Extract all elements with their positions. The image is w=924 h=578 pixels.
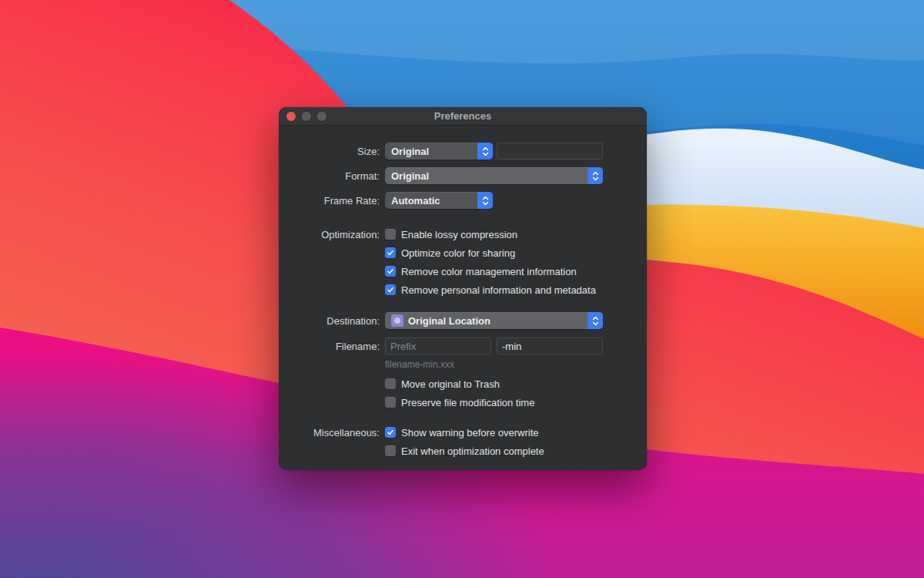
checkbox-label: Show warning before overwrite bbox=[401, 427, 538, 439]
format-row: Format: Original bbox=[279, 167, 647, 184]
preferences-window: Preferences Size: Original Format: Origi… bbox=[279, 107, 647, 470]
checkbox-preserve-modification-time[interactable]: Preserve file modification time bbox=[279, 393, 647, 412]
desktop: Preferences Size: Original Format: Origi… bbox=[0, 0, 924, 578]
popup-arrows-icon bbox=[477, 192, 493, 209]
filename-row: Filename: bbox=[279, 338, 647, 355]
checkbox-remove-personal-info[interactable]: Remove personal information and metadata bbox=[279, 281, 647, 299]
checkbox-label: Remove color management information bbox=[401, 266, 577, 277]
checkbox-move-original-to-trash[interactable]: Move original to Trash bbox=[279, 375, 647, 393]
format-label: Format: bbox=[279, 170, 380, 182]
minimize-button[interactable] bbox=[302, 112, 311, 121]
zoom-button[interactable] bbox=[317, 112, 326, 121]
checkbox-show-warning-before-overwrite[interactable]: Miscellaneous: Show warning before overw… bbox=[279, 423, 647, 442]
checkbox-label: Move original to Trash bbox=[401, 378, 500, 390]
optimization-label: Optimization: bbox=[279, 229, 380, 240]
checkbox[interactable] bbox=[385, 266, 396, 277]
frame-rate-row: Frame Rate: Automatic bbox=[279, 192, 647, 209]
filename-suffix-field[interactable] bbox=[497, 338, 603, 355]
checkbox-enable-lossy-compression[interactable]: Optimization: Enable lossy compression bbox=[279, 225, 647, 244]
size-popup-value: Original bbox=[391, 146, 429, 157]
filename-helper-row: filename-min.xxx bbox=[279, 359, 647, 370]
checkbox-label: Optimize color for sharing bbox=[401, 247, 515, 259]
format-popup-value: Original bbox=[391, 170, 429, 182]
frame-rate-popup[interactable]: Automatic bbox=[385, 192, 493, 209]
checkbox[interactable] bbox=[385, 427, 396, 438]
checkbox[interactable] bbox=[385, 284, 396, 295]
checkbox[interactable] bbox=[385, 378, 396, 389]
close-button[interactable] bbox=[286, 112, 296, 121]
checkbox[interactable] bbox=[385, 229, 396, 240]
checkbox-optimize-color-for-sharing[interactable]: Optimize color for sharing bbox=[279, 244, 647, 262]
size-label: Size: bbox=[279, 146, 380, 157]
frame-rate-label: Frame Rate: bbox=[279, 195, 380, 207]
checkbox[interactable] bbox=[385, 397, 396, 408]
checkbox-label: Exit when optimization complete bbox=[401, 445, 544, 457]
size-value-field[interactable] bbox=[497, 143, 603, 160]
popup-arrows-icon bbox=[477, 143, 493, 160]
title-bar[interactable]: Preferences bbox=[279, 107, 647, 126]
destination-popup[interactable]: Original Location bbox=[385, 312, 603, 329]
destination-label: Destination: bbox=[279, 315, 380, 327]
checkbox[interactable] bbox=[385, 445, 396, 456]
checkbox-exit-when-complete[interactable]: Exit when optimization complete bbox=[279, 442, 647, 460]
checkbox-remove-color-management[interactable]: Remove color management information bbox=[279, 262, 647, 281]
popup-arrows-icon bbox=[588, 167, 603, 184]
filename-example-text: filename-min.xxx bbox=[385, 359, 454, 370]
checkbox-label: Preserve file modification time bbox=[401, 397, 534, 408]
traffic-lights bbox=[286, 107, 326, 125]
miscellaneous-label: Miscellaneous: bbox=[279, 427, 380, 439]
format-popup[interactable]: Original bbox=[385, 167, 603, 184]
filename-prefix-field[interactable] bbox=[385, 338, 491, 355]
filename-label: Filename: bbox=[279, 341, 380, 352]
checkbox-label: Remove personal information and metadata bbox=[401, 284, 596, 296]
popup-arrows-icon bbox=[588, 312, 603, 329]
destination-row: Destination: Original Location bbox=[279, 312, 647, 329]
size-row: Size: Original bbox=[279, 143, 647, 160]
window-title: Preferences bbox=[434, 110, 491, 122]
destination-popup-value: Original Location bbox=[408, 315, 490, 327]
checkbox[interactable] bbox=[385, 247, 396, 258]
frame-rate-popup-value: Automatic bbox=[391, 195, 440, 207]
preferences-content: Size: Original Format: Original bbox=[279, 126, 647, 460]
original-location-icon bbox=[391, 314, 403, 327]
checkbox-label: Enable lossy compression bbox=[401, 229, 517, 240]
size-popup[interactable]: Original bbox=[385, 143, 493, 160]
